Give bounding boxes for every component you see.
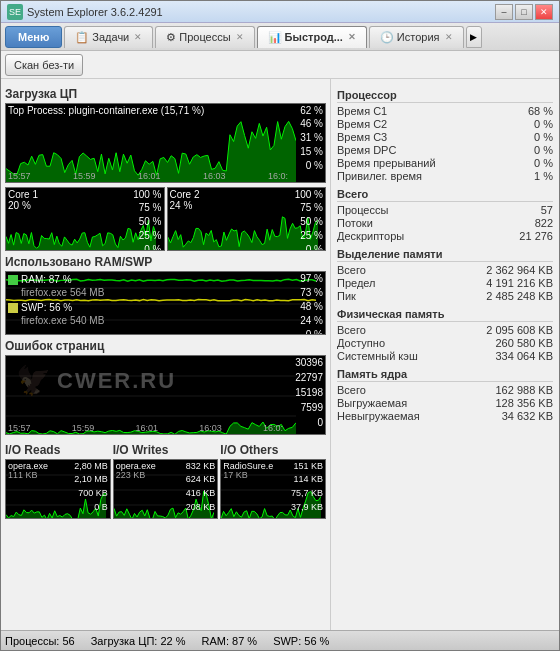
core2-chart: Core 224 % 100 % 75 % 50 % 25 % 0 %	[167, 187, 327, 251]
performance-icon: 📊	[268, 31, 282, 44]
main-window: SE System Explorer 3.6.2.4291 – □ ✕ Меню…	[0, 0, 560, 651]
io-others-title: I/O Others	[220, 443, 326, 457]
cwer-bird: 🦅	[16, 364, 53, 397]
tab-tasks[interactable]: 📋 Задачи ✕	[64, 26, 153, 48]
io-reads-title: I/O Reads	[5, 443, 111, 457]
pages-section: Ошибок страниц 30396 22797 15198 7599 0 …	[5, 339, 326, 435]
cpu-section: Загрузка ЦП Top Process: plugin-containe…	[5, 87, 326, 183]
menu-button[interactable]: Меню	[5, 26, 62, 48]
core2-50: 50 %	[300, 216, 323, 227]
tab-history-close[interactable]: ✕	[445, 32, 453, 42]
ram-color-box	[8, 275, 18, 285]
tasks-icon: 📋	[75, 31, 89, 44]
right-row: Время DPC0 %	[337, 144, 553, 156]
core1-0: 0 %	[144, 244, 161, 251]
io-writes-3: 416 KB	[186, 488, 216, 498]
tab-arrow[interactable]: ▶	[466, 26, 482, 48]
tab-processes-close[interactable]: ✕	[236, 32, 244, 42]
io-writes-block: I/O Writes opera.exe 223 KB 832 KB 624 K…	[113, 439, 219, 519]
right-row: Дескрипторы21 276	[337, 230, 553, 242]
right-row: Время C20 %	[337, 118, 553, 130]
io-others-chart: RadioSure.e 17 KB 151 KB 114 KB 75,7 KB …	[220, 459, 326, 519]
core2-percent: 24 %	[170, 200, 193, 211]
io-reads-2: 2,10 MB	[74, 474, 108, 484]
right-row: Невыгружаемая34 632 KB	[337, 410, 553, 422]
processor-title: Процессор	[337, 89, 553, 103]
right-row: Привилег. время1 %	[337, 170, 553, 182]
cpu-xaxis-5: 16:0:	[268, 171, 288, 181]
physical-title: Физическая память	[337, 308, 553, 322]
processor-rows: Время C168 % Время C20 % Время C30 % Вре…	[337, 105, 553, 182]
cpu-62: 62 %	[300, 105, 323, 116]
io-reads-chart: opera.exe 111 KB 2,80 MB 2,10 MB 700 KB …	[5, 459, 111, 519]
tab-processes[interactable]: ⚙ Процессы ✕	[155, 26, 254, 48]
right-row: Всего2 362 964 KB	[337, 264, 553, 276]
pages-7599: 7599	[301, 402, 323, 413]
io-section: I/O Reads opera.exe 111 KB 2,80 MB 2,10 …	[5, 439, 326, 519]
second-toolbar: Скан без-ти	[1, 51, 559, 79]
cpu-xaxis-2: 15:59	[73, 171, 96, 181]
right-row: Всего162 988 KB	[337, 384, 553, 396]
tab-performance[interactable]: 📊 Быстрод... ✕	[257, 26, 367, 48]
right-row: Всего2 095 608 KB	[337, 324, 553, 336]
status-processes: Процессы: 56	[5, 635, 75, 647]
ram-24: 24 %	[300, 315, 323, 326]
left-panel: Загрузка ЦП Top Process: plugin-containe…	[1, 79, 331, 630]
history-icon: 🕒	[380, 31, 394, 44]
swp-color-box	[8, 303, 18, 313]
processes-icon: ⚙	[166, 31, 176, 44]
cpu-xaxis-4: 16:03	[203, 171, 226, 181]
cpu-46: 46 %	[300, 118, 323, 129]
core2-25: 25 %	[300, 230, 323, 241]
core2-0: 0 %	[306, 244, 323, 251]
right-row: Потоки822	[337, 217, 553, 229]
ram-title: Использовано RAM/SWP	[5, 255, 326, 269]
io-row: I/O Reads opera.exe 111 KB 2,80 MB 2,10 …	[5, 439, 326, 519]
pages-xaxis-1: 15:57	[8, 423, 31, 433]
core2-75: 75 %	[300, 202, 323, 213]
core1-25: 25 %	[139, 230, 162, 241]
swp-label: SWP: 56 %	[21, 302, 72, 313]
pages-xaxis-2: 15:59	[72, 423, 95, 433]
right-row: Время прерываний0 %	[337, 157, 553, 169]
core1-50: 50 %	[139, 216, 162, 227]
close-button[interactable]: ✕	[535, 4, 553, 20]
io-reads-block: I/O Reads opera.exe 111 KB 2,80 MB 2,10 …	[5, 439, 111, 519]
tab-tasks-close[interactable]: ✕	[134, 32, 142, 42]
cpu-xaxis-3: 16:01	[138, 171, 161, 181]
io-writes-chart: opera.exe 223 KB 832 KB 624 KB 416 KB 20…	[113, 459, 219, 519]
io-others-max: 151 KB	[293, 461, 323, 471]
titlebar: SE System Explorer 3.6.2.4291 – □ ✕	[1, 1, 559, 23]
pages-xaxis-5: 16:0:	[263, 423, 283, 433]
io-others-2: 114 KB	[293, 474, 323, 484]
cpu-chart: Top Process: plugin-container.exe (15,71…	[5, 103, 326, 183]
io-reads-3: 700 KB	[78, 488, 108, 498]
ram-labels: RAM: 87 % firefox.exe 564 MB SWP: 56 % f…	[8, 274, 104, 326]
ram-label: RAM: 87 %	[21, 274, 72, 285]
io-others-block: I/O Others RadioSure.e 17 KB 151 KB 114 …	[220, 439, 326, 519]
status-swp: SWP: 56 %	[273, 635, 329, 647]
tab-history[interactable]: 🕒 История ✕	[369, 26, 464, 48]
totals-title: Всего	[337, 188, 553, 202]
io-reads-4: 0 B	[94, 502, 108, 512]
window-controls: – □ ✕	[495, 4, 553, 20]
physical-rows: Всего2 095 608 KB Доступно260 580 KB Сис…	[337, 324, 553, 362]
right-row: Доступно260 580 KB	[337, 337, 553, 349]
pages-0: 0	[317, 417, 323, 428]
tab-performance-close[interactable]: ✕	[348, 32, 356, 42]
right-row: Предел4 191 216 KB	[337, 277, 553, 289]
pages-30396: 30396	[295, 357, 323, 368]
cpu-xaxis-1: 15:57	[8, 171, 31, 181]
swp-process: firefox.exe 540 MB	[21, 315, 104, 326]
io-writes-2: 624 KB	[186, 474, 216, 484]
right-row: Пик2 485 248 KB	[337, 290, 553, 302]
maximize-button[interactable]: □	[515, 4, 533, 20]
pages-chart: 30396 22797 15198 7599 0 🦅 CWER.RU 15:57…	[5, 355, 326, 435]
kernel-rows: Всего162 988 KB Выгружаемая128 356 KB Не…	[337, 384, 553, 422]
tab-bar: Меню 📋 Задачи ✕ ⚙ Процессы ✕ 📊 Быстрод..…	[1, 23, 559, 51]
scan-button[interactable]: Скан без-ти	[5, 54, 83, 76]
ram-section: Использовано RAM/SWP RAM: 87 % firefox.e…	[5, 255, 326, 335]
totals-rows: Процессы57 Потоки822 Дескрипторы21 276	[337, 204, 553, 242]
content-area: Загрузка ЦП Top Process: plugin-containe…	[1, 79, 559, 630]
minimize-button[interactable]: –	[495, 4, 513, 20]
